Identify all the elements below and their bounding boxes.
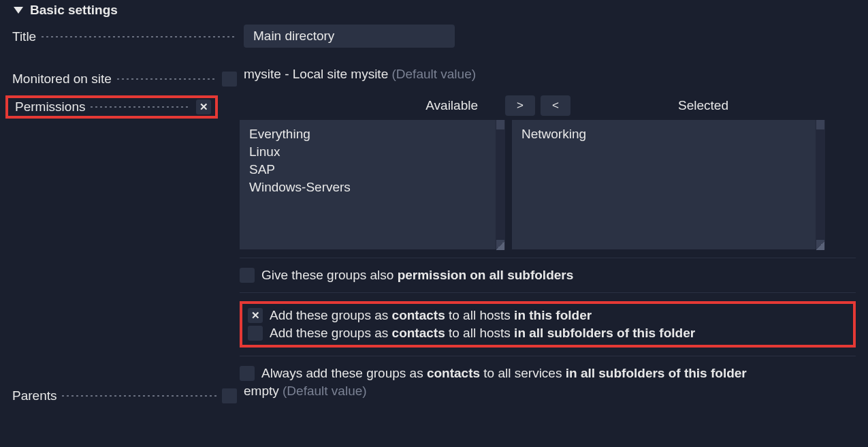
move-right-button[interactable]: >: [505, 95, 535, 116]
list-item[interactable]: SAP: [249, 161, 486, 179]
monitored-default: (Default value): [392, 67, 477, 81]
opt-bold: contacts: [392, 326, 445, 340]
opt-text: Add these groups as: [270, 308, 392, 322]
checkbox[interactable]: [240, 268, 255, 283]
opt-contacts-subfolders: Add these groups as contacts to all host…: [248, 324, 848, 342]
opt-text: Always add these groups as: [261, 366, 427, 380]
dual-list: Everything Linux SAP Windows-Servers Net…: [240, 120, 856, 249]
dual-list-header: Available > < Selected: [240, 95, 856, 116]
parents-label: Parents: [12, 388, 57, 403]
opt-label-bold: permission on all subfolders: [398, 268, 574, 282]
opt-label-prefix: Give these groups also: [261, 268, 398, 282]
opt-bold: contacts: [392, 308, 445, 322]
row-permissions: Permissions ✕ Available > < Selected Eve…: [0, 95, 868, 382]
resize-handle[interactable]: [496, 241, 504, 250]
opt-contacts-services: Always add these groups as contacts to a…: [240, 365, 856, 382]
opt-text: Add these groups as: [270, 326, 392, 340]
selected-header: Selected: [678, 98, 728, 112]
dots-filler: [61, 395, 216, 397]
opt-text: to all hosts: [445, 326, 514, 340]
checkbox[interactable]: [248, 326, 263, 341]
selected-listbox[interactable]: Networking: [512, 120, 825, 249]
collapse-icon: [14, 7, 23, 14]
opt-bold: in all subfolders of this folder: [514, 326, 695, 340]
parents-value: empty: [244, 384, 283, 398]
permissions-highlight: Permissions ✕: [5, 95, 218, 119]
monitored-toggle[interactable]: [222, 72, 237, 87]
parents-default: (Default value): [283, 384, 367, 398]
permissions-label: Permissions: [8, 99, 85, 114]
available-listbox[interactable]: Everything Linux SAP Windows-Servers: [240, 120, 505, 249]
opt-bold: in all subfolders of this folder: [566, 366, 747, 380]
move-left-button[interactable]: <: [541, 95, 570, 116]
scrollbar-up[interactable]: [496, 120, 504, 129]
resize-handle[interactable]: [816, 241, 824, 250]
dots-filler: [40, 36, 237, 37]
title-label: Title: [12, 29, 36, 44]
separator: [240, 356, 856, 356]
dots-filler: [116, 78, 216, 80]
opt-bold: in this folder: [514, 308, 592, 322]
list-item[interactable]: Windows-Servers: [249, 179, 486, 196]
opt-contacts-this-folder: Add these groups as contacts to all host…: [248, 307, 848, 324]
list-item[interactable]: Networking: [521, 125, 806, 143]
parents-toggle[interactable]: [222, 388, 237, 403]
opt-bold: contacts: [427, 366, 480, 380]
row-title: Title: [0, 25, 868, 49]
checkbox[interactable]: [240, 366, 255, 381]
monitored-label: Monitored on site: [12, 72, 112, 87]
dots-filler: [89, 106, 191, 108]
separator: [240, 258, 856, 258]
opt-text: to all hosts: [445, 308, 514, 322]
opt-text: to all services: [480, 366, 566, 380]
available-header: Available: [425, 98, 478, 113]
contacts-highlight: Add these groups as contacts to all host…: [240, 301, 856, 348]
list-item[interactable]: Linux: [249, 143, 486, 161]
opt-permission-subfolders: Give these groups also permission on all…: [240, 266, 856, 284]
section-header[interactable]: Basic settings: [0, 0, 868, 20]
row-monitored-on-site: Monitored on site mysite - Local site my…: [0, 67, 868, 91]
list-item[interactable]: Everything: [249, 125, 486, 143]
scrollbar-up[interactable]: [816, 120, 824, 129]
permissions-disable-button[interactable]: ✕: [196, 99, 211, 114]
title-input[interactable]: [244, 25, 455, 48]
row-parents: Parents empty (Default value): [0, 384, 868, 408]
close-icon: ✕: [199, 101, 208, 113]
separator: [240, 292, 856, 293]
section-title: Basic settings: [30, 3, 118, 18]
checkbox[interactable]: [248, 308, 263, 323]
monitored-value: mysite - Local site mysite: [244, 67, 392, 81]
